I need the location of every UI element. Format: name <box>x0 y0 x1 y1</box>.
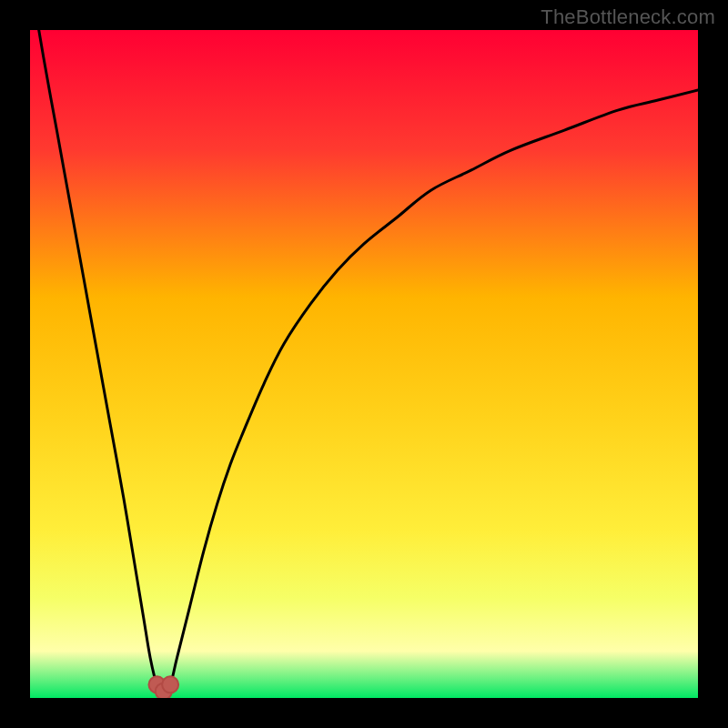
plot-area <box>30 30 698 698</box>
min-point-right <box>162 676 178 693</box>
plot-svg <box>30 30 698 698</box>
watermark-text: TheBottleneck.com <box>541 5 715 29</box>
heatmap-background <box>30 30 698 698</box>
chart-frame: TheBottleneck.com <box>0 0 728 728</box>
